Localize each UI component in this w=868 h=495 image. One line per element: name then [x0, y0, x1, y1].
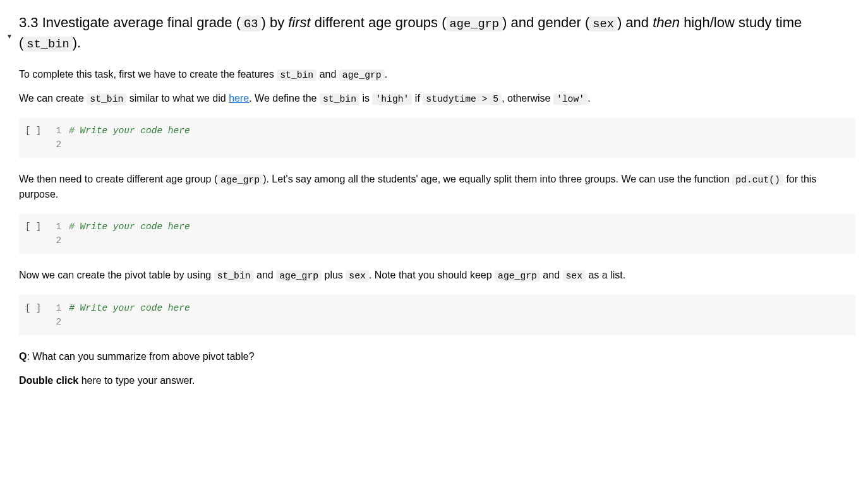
text: .: [588, 93, 590, 104]
exec-prompt[interactable]: [ ]: [19, 301, 50, 315]
text: and: [316, 69, 339, 80]
code-sex: sex: [589, 16, 617, 32]
text: similar to what we did: [126, 93, 229, 104]
code-age-grp: age_grp: [447, 16, 503, 32]
text: : What can you summarize from above pivo…: [27, 351, 254, 362]
code-st-bin: st_bin: [277, 69, 316, 81]
code-line: 2: [50, 138, 190, 152]
text: Now we can create the pivot table by usi…: [19, 270, 214, 280]
code-studytime: studytime > 5: [423, 93, 502, 105]
section-heading: 3.3 Investigate average final grade (G3)…: [19, 13, 855, 53]
heading-text: ) and gender (: [502, 15, 589, 30]
text: We then need to create different age gro…: [19, 174, 217, 184]
code-editor[interactable]: 1 # Write your code here 2: [50, 220, 190, 248]
code-high: 'high': [372, 93, 412, 105]
code-cell-1[interactable]: [ ] 1 # Write your code here 2: [19, 117, 855, 158]
question-prompt: Q: What can you summarize from above piv…: [19, 349, 855, 364]
text: , otherwise: [502, 93, 553, 104]
answer-instruction[interactable]: Double click here to type your answer.: [19, 373, 855, 388]
paragraph-3: We then need to create different age gro…: [19, 172, 855, 202]
text: plus: [322, 270, 346, 280]
code-line: 2: [50, 234, 190, 248]
text: ). Let's say among all the students' age…: [263, 174, 732, 184]
code-pd-cut: pd.cut(): [732, 174, 783, 186]
heading-text: different age groups (: [311, 15, 447, 30]
text: . We define the: [249, 93, 320, 104]
code-comment: # Write your code here: [69, 301, 190, 315]
code-comment: # Write your code here: [69, 124, 190, 138]
code-low: 'low': [553, 93, 588, 105]
code-sex: sex: [563, 270, 586, 282]
collapse-section-icon[interactable]: ▼: [6, 33, 13, 40]
code-cell-2[interactable]: [ ] 1 # Write your code here 2: [19, 213, 855, 254]
code-g3: G3: [241, 16, 261, 32]
line-number: 1: [50, 124, 61, 138]
code-line: 1 # Write your code here: [50, 124, 190, 138]
code-comment: # Write your code here: [69, 220, 190, 234]
line-number: 2: [50, 138, 61, 152]
code-st-bin: st_bin: [320, 93, 359, 105]
heading-em-then: then: [653, 15, 680, 30]
heading-em-first: first: [288, 15, 310, 30]
line-number: 2: [50, 315, 61, 329]
exec-prompt[interactable]: [ ]: [19, 220, 50, 234]
code-st-bin: st_bin: [23, 37, 72, 52]
link-here[interactable]: here: [229, 93, 249, 104]
heading-text: ).: [73, 35, 81, 51]
code-age-grp: age_grp: [276, 270, 322, 282]
code-editor[interactable]: 1 # Write your code here 2: [50, 301, 190, 329]
code-line: 2: [50, 315, 190, 329]
line-number: 1: [50, 301, 61, 315]
code-sex: sex: [346, 270, 369, 282]
code-st-bin: st_bin: [87, 93, 126, 105]
code-editor[interactable]: 1 # Write your code here 2: [50, 124, 190, 152]
heading-text: ) by: [261, 15, 288, 30]
text: and: [254, 270, 277, 280]
text: and: [540, 270, 563, 280]
q-label: Q: [19, 351, 27, 362]
code-age-grp: age_grp: [339, 69, 385, 81]
text: here to type your answer.: [78, 375, 195, 386]
code-st-bin: st_bin: [214, 270, 254, 282]
text: is: [359, 93, 372, 104]
code-age-grp: age_grp: [495, 270, 540, 282]
code-line: 1 # Write your code here: [50, 301, 190, 315]
paragraph-4: Now we can create the pivot table by usi…: [19, 268, 855, 283]
double-click-label: Double click: [19, 375, 78, 386]
heading-text: ) and: [617, 15, 653, 30]
code-line: 1 # Write your code here: [50, 220, 190, 234]
heading-text: 3.3 Investigate average final grade (: [19, 15, 241, 30]
text: as a list.: [586, 270, 625, 280]
code-cell-3[interactable]: [ ] 1 # Write your code here 2: [19, 295, 855, 335]
line-number: 1: [50, 220, 61, 234]
text: . Note that you should keep: [369, 270, 495, 280]
text: To complete this task, first we have to …: [19, 69, 277, 80]
text: We can create: [19, 93, 87, 104]
line-number: 2: [50, 234, 61, 248]
exec-prompt[interactable]: [ ]: [19, 124, 50, 138]
text: if: [412, 93, 423, 104]
code-age-grp: age_grp: [217, 174, 263, 186]
paragraph-1: To complete this task, first we have to …: [19, 67, 855, 82]
text: .: [385, 69, 387, 80]
paragraph-2: We can create st_bin similar to what we …: [19, 91, 855, 106]
